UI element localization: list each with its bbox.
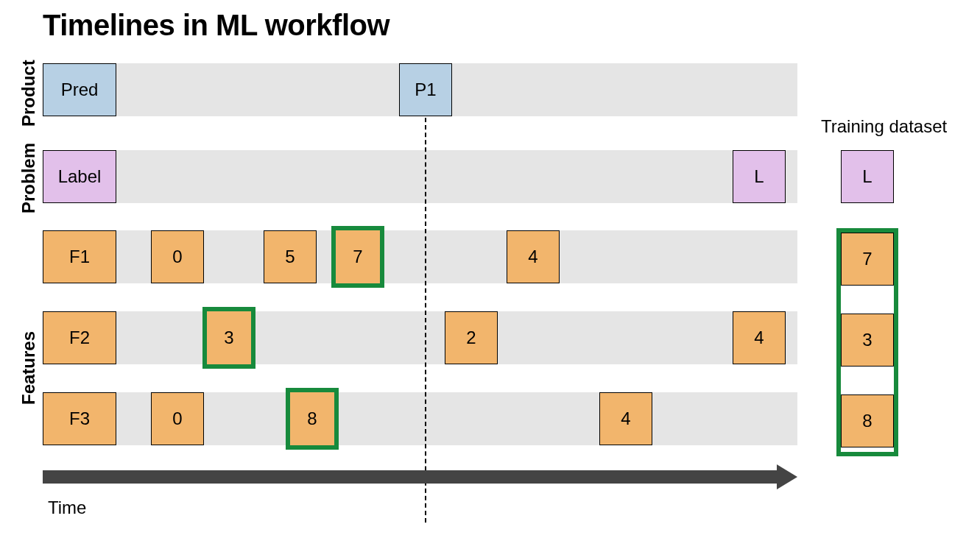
header-f2: F2 [43,311,116,364]
cell-f2-1: 2 [445,311,498,364]
ylabel-features: Features [18,331,39,405]
time-arrow-head [777,464,797,489]
cell-f1-1: 5 [264,230,317,283]
cell-f3-0: 0 [151,392,204,445]
header-problem: Label [43,150,116,203]
prediction-time-marker [425,118,426,523]
training-f1: 7 [841,233,894,286]
training-f3: 8 [841,394,894,447]
cell-f2-0-selected: 3 [202,307,255,369]
xlabel-time: Time [48,498,86,518]
cell-product-p1: P1 [399,63,452,116]
time-arrow-shaft [43,470,779,484]
training-f2: 3 [841,314,894,367]
cell-f1-0: 0 [151,230,204,283]
diagram-title: Timelines in ML workflow [43,9,389,42]
cell-f3-2: 4 [599,392,652,445]
cell-f1-2-selected: 7 [331,226,384,288]
cell-problem-l: L [733,150,786,203]
cell-f3-1-selected: 8 [286,388,339,450]
cell-f1-3: 4 [507,230,560,283]
row-problem [43,150,797,203]
row-f2 [43,311,797,364]
header-f1: F1 [43,230,116,283]
ylabel-problem: Problem [18,143,39,213]
training-dataset-title: Training dataset [821,116,947,137]
time-arrow [43,468,797,486]
header-product: Pred [43,63,116,116]
header-f3: F3 [43,392,116,445]
training-L: L [841,150,894,203]
ylabel-product: Product [18,60,39,127]
cell-f2-2: 4 [733,311,786,364]
